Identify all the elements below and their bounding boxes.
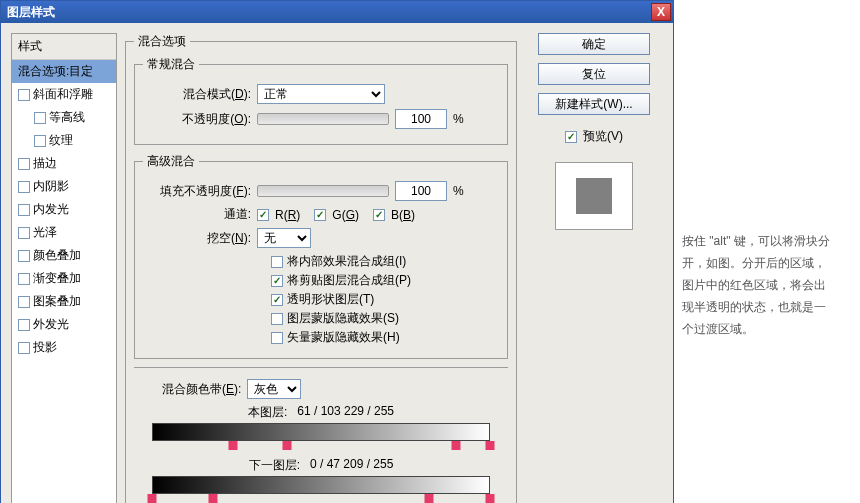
sidebar-checkbox-2[interactable] [34,112,46,124]
advanced-blend-group: 高级混合 填充不透明度(F): 100 % 通道: R(R) G(G) B(B) [134,153,508,359]
sidebar-checkbox-10[interactable] [18,296,30,308]
knockout-select[interactable]: 无 [257,228,311,248]
this-layer-track[interactable] [152,423,490,441]
adv-opt-label-3: 图层蒙版隐藏效果(S) [287,310,399,327]
channel-b-checkbox[interactable] [373,209,385,221]
sidebar-item-9[interactable]: 渐变叠加 [12,267,116,290]
adv-opt-checkbox-1[interactable] [271,275,283,287]
sidebar-label-2: 等高线 [49,109,85,126]
sidebar-label-1: 斜面和浮雕 [33,86,93,103]
under-markers-marker-1[interactable] [208,494,217,503]
this-markers-marker-1[interactable] [283,441,292,450]
main-panel: 混合选项 常规混合 混合模式(D): 正常 不透明度(O): 100 % [125,33,517,503]
sidebar-item-8[interactable]: 颜色叠加 [12,244,116,267]
sidebar-label-4: 描边 [33,155,57,172]
under-layer-label: 下一图层: [249,457,300,474]
sidebar-label-11: 外发光 [33,316,69,333]
layer-style-dialog: 图层样式 X 样式 混合选项:目定斜面和浮雕等高线纹理描边内阴影内发光光泽颜色叠… [0,0,674,503]
channel-g-checkbox[interactable] [314,209,326,221]
button-column: 确定 复位 新建样式(W)... 预览(V) [525,33,663,503]
fill-opacity-slider[interactable] [257,185,389,197]
sidebar-label-9: 渐变叠加 [33,270,81,287]
this-layer-values: 61 / 103 229 / 255 [297,404,394,421]
adv-opt-checkbox-2[interactable] [271,294,283,306]
blendif-select[interactable]: 灰色 [247,379,301,399]
adv-opt-label-0: 将内部效果混合成组(I) [287,253,406,270]
opacity-slider[interactable] [257,113,389,125]
blend-mode-select[interactable]: 正常 [257,84,385,104]
sidebar-checkbox-6[interactable] [18,204,30,216]
sidebar-item-0[interactable]: 混合选项:目定 [12,60,116,83]
adv-opt-label-2: 透明形状图层(T) [287,291,374,308]
sidebar-checkbox-8[interactable] [18,250,30,262]
sidebar-checkbox-1[interactable] [18,89,30,101]
adv-opt-checkbox-0[interactable] [271,256,283,268]
reset-button[interactable]: 复位 [538,63,650,85]
channel-r-checkbox[interactable] [257,209,269,221]
sidebar-item-5[interactable]: 内阴影 [12,175,116,198]
new-style-button[interactable]: 新建样式(W)... [538,93,650,115]
adv-opt-label-4: 矢量蒙版隐藏效果(H) [287,329,400,346]
this-markers-marker-3[interactable] [486,441,495,450]
adv-opt-checkbox-4[interactable] [271,332,283,344]
sidebar-item-4[interactable]: 描边 [12,152,116,175]
sidebar-label-5: 内阴影 [33,178,69,195]
under-markers-marker-0[interactable] [148,494,157,503]
sidebar-label-8: 颜色叠加 [33,247,81,264]
sidebar-label-0: 混合选项:目定 [18,63,93,80]
under-markers-marker-2[interactable] [425,494,434,503]
sidebar-checkbox-9[interactable] [18,273,30,285]
sidebar-label-10: 图案叠加 [33,293,81,310]
sidebar-label-12: 投影 [33,339,57,356]
sidebar-checkbox-11[interactable] [18,319,30,331]
close-button[interactable]: X [651,3,671,21]
adv-opt-2: 透明形状图层(T) [271,291,499,308]
this-markers-marker-2[interactable] [452,441,461,450]
adv-opt-checkbox-3[interactable] [271,313,283,325]
sidebar-checkbox-4[interactable] [18,158,30,170]
sidebar-item-7[interactable]: 光泽 [12,221,116,244]
knockout-label: 挖空(N): [143,230,251,247]
under-layer-values: 0 / 47 209 / 255 [310,457,393,474]
sidebar-checkbox-3[interactable] [34,135,46,147]
preview-swatch [576,178,612,214]
adv-opt-1: 将剪贴图层混合成组(P) [271,272,499,289]
blend-mode-label: 混合模式(D): [143,86,251,103]
preview-checkbox[interactable] [565,131,577,143]
styles-sidebar: 样式 混合选项:目定斜面和浮雕等高线纹理描边内阴影内发光光泽颜色叠加渐变叠加图案… [11,33,117,503]
blend-options-legend: 混合选项 [134,33,190,50]
opacity-value[interactable]: 100 [395,109,447,129]
adv-opt-3: 图层蒙版隐藏效果(S) [271,310,499,327]
sidebar-checkbox-7[interactable] [18,227,30,239]
adv-opt-4: 矢量蒙版隐藏效果(H) [271,329,499,346]
advanced-legend: 高级混合 [143,153,199,170]
sidebar-item-1[interactable]: 斜面和浮雕 [12,83,116,106]
this-markers-marker-0[interactable] [229,441,238,450]
blend-options-group: 混合选项 常规混合 混合模式(D): 正常 不透明度(O): 100 % [125,33,517,503]
sidebar-item-2[interactable]: 等高线 [12,106,116,129]
this-layer-label: 本图层: [248,404,287,421]
sidebar-item-10[interactable]: 图案叠加 [12,290,116,313]
under-markers-marker-3[interactable] [486,494,495,503]
preview-box [555,162,633,230]
channel-b-label: B(B) [391,208,415,222]
external-caption: 按住 "alt" 键，可以将滑块分开，如图。分开后的区域，图片中的红色区域，将会… [682,230,830,503]
sidebar-item-11[interactable]: 外发光 [12,313,116,336]
under-layer-track[interactable] [152,476,490,494]
sidebar-item-12[interactable]: 投影 [12,336,116,359]
ok-button[interactable]: 确定 [538,33,650,55]
titlebar[interactable]: 图层样式 X [1,1,673,23]
adv-opt-0: 将内部效果混合成组(I) [271,253,499,270]
sidebar-item-6[interactable]: 内发光 [12,198,116,221]
blend-if-group: 混合颜色带(E): 灰色 本图层: 61 / 103 229 / 255 [134,367,508,503]
sidebar-checkbox-5[interactable] [18,181,30,193]
blendif-label: 混合颜色带(E): [162,381,241,398]
fill-opacity-value[interactable]: 100 [395,181,447,201]
fill-percent: % [453,184,464,198]
sidebar-item-3[interactable]: 纹理 [12,129,116,152]
sidebar-checkbox-12[interactable] [18,342,30,354]
sidebar-header: 样式 [12,34,116,60]
dialog-title: 图层样式 [7,4,55,21]
preview-label: 预览(V) [583,128,623,145]
general-blend-group: 常规混合 混合模式(D): 正常 不透明度(O): 100 % [134,56,508,145]
